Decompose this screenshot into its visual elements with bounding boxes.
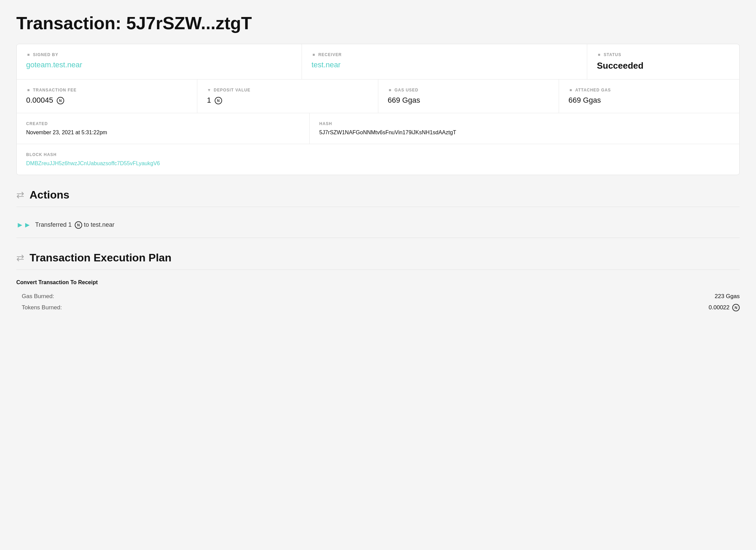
tokens-burned-label: Tokens Burned: — [22, 304, 62, 311]
status-cell: ■ STATUS Succeeded — [587, 44, 739, 79]
attached-gas-cell: ■ ATTACHED GAS 669 Ggas — [559, 80, 739, 113]
signed-by-cell: ■ SIGNED BY goteam.test.near — [17, 44, 302, 79]
block-hash-label: BLOCK HASH — [26, 152, 730, 157]
receiver-value[interactable]: test.near — [311, 61, 577, 69]
hash-cell: HASH 5J7rSZW1NAFGoNNMtv6sFnuVin179iJKsNH… — [310, 113, 739, 144]
attached-gas-icon: ■ — [569, 88, 573, 92]
transaction-fee-value: 0.00045 N — [26, 96, 187, 105]
execution-section-title: Transaction Execution Plan — [30, 252, 172, 264]
execution-section: ⇄ Transaction Execution Plan Convert Tra… — [16, 252, 740, 313]
receiver-person-icon: ■ — [311, 52, 316, 57]
gas-used-icon: ■ — [388, 88, 393, 92]
execution-section-header: ⇄ Transaction Execution Plan — [16, 252, 740, 270]
gas-burned-label: Gas Burned: — [22, 293, 54, 300]
hash-label: HASH — [319, 121, 730, 126]
person-icon: ■ — [26, 52, 31, 57]
status-value: Succeeded — [597, 61, 730, 71]
actions-arrows-icon: ⇄ — [16, 189, 24, 201]
actions-area: ►► Transferred 1 N to test.near — [16, 207, 740, 238]
plan-detail-gas-burned: Gas Burned: 223 Ggas — [16, 291, 740, 302]
gas-burned-value: 223 Ggas — [715, 293, 740, 300]
block-hash-cell: BLOCK HASH DMBZreuJJH5z6hwzJCnUabuazsoff… — [17, 144, 739, 175]
signed-by-value[interactable]: goteam.test.near — [26, 61, 292, 69]
action-near-badge: N — [75, 221, 82, 229]
receiver-label: ■ RECEIVER — [311, 52, 577, 57]
created-value: November 23, 2021 at 5:31:22pm — [26, 130, 300, 136]
info-row-3: CREATED November 23, 2021 at 5:31:22pm H… — [17, 113, 739, 144]
hash-value: 5J7rSZW1NAFGoNNMtv6sFnuVin179iJKsNH1sdAA… — [319, 130, 730, 136]
gas-used-label: ■ GAS USED — [388, 88, 549, 92]
action-item: ►► Transferred 1 N to test.near — [16, 218, 740, 232]
deposit-near-badge: N — [215, 97, 222, 104]
status-icon: ■ — [597, 52, 601, 57]
actions-section-header: ⇄ Actions — [16, 189, 740, 207]
gas-used-cell: ■ GAS USED 669 Ggas — [378, 80, 559, 113]
tokens-burned-near-badge: N — [732, 304, 740, 311]
transaction-fee-cell: ■ TRANSACTION FEE 0.00045 N — [17, 80, 197, 113]
created-cell: CREATED November 23, 2021 at 5:31:22pm — [17, 113, 310, 144]
page-title: Transaction: 5J7rSZW...ztgT — [16, 14, 740, 33]
created-label: CREATED — [26, 121, 300, 126]
transaction-fee-label: ■ TRANSACTION FEE — [26, 88, 187, 92]
attached-gas-value: 669 Ggas — [569, 96, 730, 105]
transfer-arrows-icon: ►► — [16, 221, 31, 229]
fee-icon: ■ — [26, 88, 31, 92]
deposit-value-cell: ▼ DEPOSIT VALUE 1 N — [197, 80, 378, 113]
status-label: ■ STATUS — [597, 52, 730, 57]
execution-arrows-icon: ⇄ — [16, 252, 24, 263]
plan-group-title: Convert Transaction To Receipt — [16, 279, 740, 286]
block-hash-value[interactable]: DMBZreuJJH5z6hwzJCnUabuazsoffc7D55vFLyau… — [26, 160, 730, 167]
receiver-cell: ■ RECEIVER test.near — [302, 44, 587, 79]
info-row-4: BLOCK HASH DMBZreuJJH5z6hwzJCnUabuazsoff… — [17, 144, 739, 175]
execution-plan-content: Convert Transaction To Receipt Gas Burne… — [16, 270, 740, 313]
info-row-1: ■ SIGNED BY goteam.test.near ■ RECEIVER … — [17, 44, 739, 80]
info-row-2: ■ TRANSACTION FEE 0.00045 N ▼ DEPOSIT VA… — [17, 80, 739, 113]
deposit-value-value: 1 N — [207, 96, 368, 105]
action-text: Transferred 1 N to test.near — [35, 221, 114, 229]
tokens-burned-value: 0.00022 N — [709, 304, 740, 311]
deposit-value-label: ▼ DEPOSIT VALUE — [207, 88, 368, 92]
signed-by-label: ■ SIGNED BY — [26, 52, 292, 57]
gas-used-value: 669 Ggas — [388, 96, 549, 105]
transaction-info-card: ■ SIGNED BY goteam.test.near ■ RECEIVER … — [16, 44, 740, 175]
deposit-icon: ▼ — [207, 88, 212, 92]
attached-gas-label: ■ ATTACHED GAS — [569, 88, 730, 92]
actions-section-title: Actions — [30, 189, 69, 201]
transaction-fee-near-badge: N — [57, 97, 64, 104]
plan-detail-tokens-burned: Tokens Burned: 0.00022 N — [16, 302, 740, 313]
